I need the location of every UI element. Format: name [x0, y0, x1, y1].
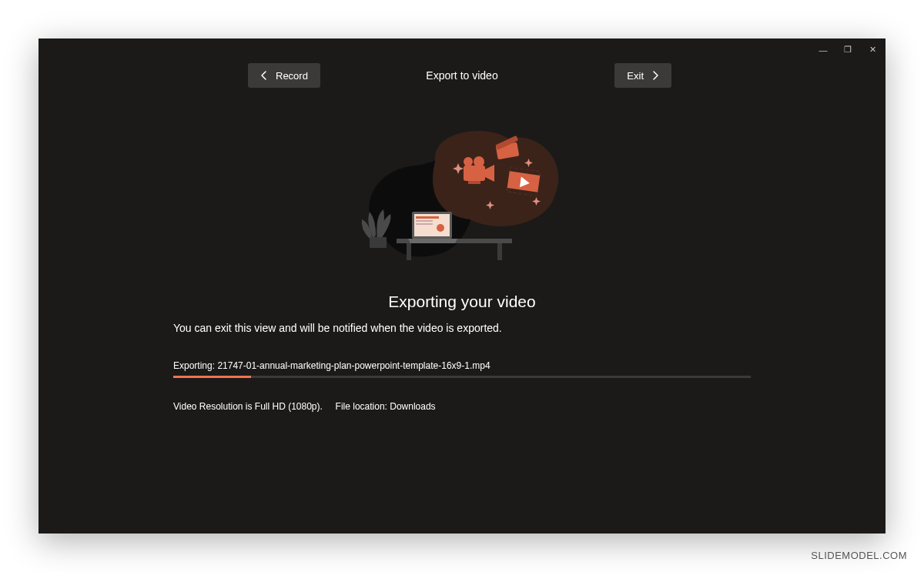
window-controls: — ❐ ✕ — [818, 45, 878, 55]
svg-point-17 — [437, 224, 444, 232]
svg-rect-11 — [497, 243, 502, 260]
chevron-right-icon — [651, 71, 659, 80]
svg-rect-16 — [416, 223, 433, 225]
chevron-left-icon — [260, 71, 268, 80]
svg-point-7 — [474, 156, 484, 167]
titlebar: Record Export to video Exit — [38, 60, 886, 91]
close-icon[interactable]: ✕ — [867, 45, 878, 55]
svg-rect-10 — [407, 243, 411, 260]
progress-bar — [173, 376, 751, 378]
progress-fill — [173, 376, 251, 378]
content-area: Exporting your video You can exit this v… — [173, 123, 751, 412]
svg-rect-8 — [468, 181, 480, 184]
export-file-label: Exporting: 21747-01-annual-marketing-pla… — [173, 360, 751, 371]
maximize-icon[interactable]: ❐ — [842, 45, 853, 55]
laptop-icon — [408, 212, 457, 243]
exit-button[interactable]: Exit — [614, 63, 671, 88]
record-label: Record — [276, 70, 308, 82]
svg-rect-15 — [416, 220, 433, 222]
export-illustration — [346, 123, 578, 277]
svg-rect-18 — [370, 237, 387, 248]
record-button[interactable]: Record — [248, 63, 320, 88]
page-title: Export to video — [426, 69, 497, 82]
svg-point-6 — [464, 157, 473, 166]
export-subtext: You can exit this view and will be notif… — [173, 322, 751, 334]
film-icon — [507, 167, 541, 196]
exit-label: Exit — [627, 70, 644, 82]
app-window: — ❐ ✕ Record Export to video Exit — [38, 38, 886, 534]
export-heading: Exporting your video — [173, 293, 751, 311]
watermark: SLIDEMODEL.COM — [811, 550, 907, 561]
svg-rect-5 — [464, 166, 485, 181]
minimize-icon[interactable]: — — [818, 45, 829, 55]
svg-rect-14 — [416, 216, 439, 219]
export-footer-info: Video Resolution is Full HD (1080p). Fil… — [173, 401, 751, 412]
